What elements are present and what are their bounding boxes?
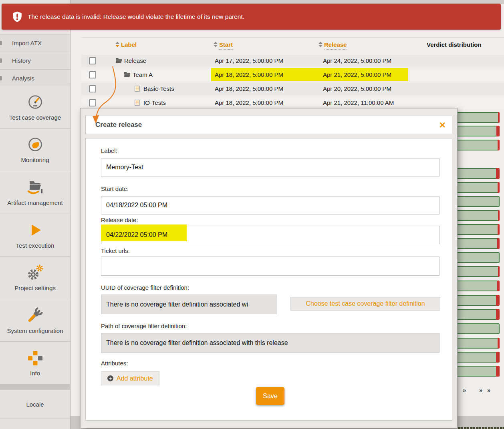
pagination-next-icon[interactable]: »	[479, 387, 482, 393]
folder-icon	[124, 72, 131, 77]
wrench-hammer-icon	[26, 307, 44, 324]
row-label: Basic-Tests	[143, 83, 174, 95]
sidebar-item-locale[interactable]: Locale	[0, 390, 70, 419]
verdict-fail-segment	[496, 126, 500, 136]
sidebar-divider	[0, 385, 70, 390]
sidebar-item-history[interactable]: History	[0, 52, 70, 69]
column-header-start[interactable]: Start	[219, 41, 233, 50]
start-date-input[interactable]: 04/18/2022 05:00 PM	[101, 196, 439, 214]
row-label: Team A	[133, 69, 153, 81]
sidebar-item-label: Import ATX	[12, 40, 42, 46]
save-button[interactable]: Save	[256, 387, 284, 405]
document-icon	[135, 86, 140, 92]
row-label: Release	[124, 55, 146, 67]
cutoff-icon	[0, 41, 2, 45]
column-header-release[interactable]: Release	[324, 41, 347, 50]
sidebar-item-analysis[interactable]: Analysis	[0, 69, 70, 87]
verdict-fail-segment	[498, 338, 500, 349]
row-start-date: Apr 18, 2022, 5:00:00 PM	[215, 83, 283, 95]
sidebar-item-system-configuration[interactable]: System configuration	[0, 299, 70, 342]
sidebar-item-label: Test case coverage	[9, 114, 61, 121]
sidebar: Import ATXHistoryAnalysis Test case cove…	[0, 0, 71, 429]
path-field-label: Path of coverage filter definition:	[101, 323, 187, 329]
pagination: »»»	[458, 387, 504, 399]
row-label: IO-Tests	[143, 97, 166, 109]
sidebar-item-label: History	[12, 57, 31, 64]
column-header-label[interactable]: Label	[121, 41, 137, 48]
cutoff-icon	[0, 76, 2, 80]
sidebar-item-import-atx[interactable]: Import ATX	[0, 34, 70, 52]
row-release-date: Apr 20, 2022, 5:00:00 PM	[323, 83, 391, 95]
row-start-date: Apr 18, 2022, 5:00:00 PM	[215, 69, 283, 81]
shield-alert-icon	[13, 12, 22, 22]
sidebar-item-test-case-coverage[interactable]: Test case coverage	[0, 86, 70, 129]
dialog-body: Label: Memory-Test Start date: 04/18/202…	[85, 138, 452, 421]
row-start-date: Apr 18, 2022, 5:00:00 PM	[215, 97, 283, 109]
uuid-input: There is no coverage filter definition a…	[101, 295, 277, 314]
footer-cutoff-text	[458, 427, 504, 429]
verdict-fail-segment	[498, 266, 500, 277]
sidebar-item-info[interactable]: Info	[0, 342, 70, 385]
row-start-date: Apr 17, 2022, 5:00:00 PM	[215, 55, 283, 67]
add-attribute-button[interactable]: + Add attribute	[101, 371, 159, 385]
folder-icon	[115, 58, 122, 63]
row-release-date: Apr 24, 2022, 5:00:00 PM	[323, 55, 391, 67]
sidebar-item-label: Artifact management	[7, 199, 62, 206]
dialog-header: Create release ×	[85, 116, 452, 134]
verdict-fail-segment	[498, 112, 500, 123]
sort-label-icon[interactable]	[115, 42, 119, 47]
label-input[interactable]: Memory-Test	[101, 158, 439, 176]
sidebar-item-label: Info	[30, 370, 40, 377]
artifact-folder-hand-icon	[26, 179, 44, 196]
sidebar-item-project-settings[interactable]: Project settings	[0, 257, 70, 299]
row-checkbox[interactable]	[89, 99, 96, 106]
uuid-field-label: UUID of coverage filter definition:	[101, 284, 189, 291]
row-checkbox[interactable]	[89, 85, 96, 92]
sidebar-item-test-execution[interactable]: Test execution	[0, 214, 70, 257]
sidebar-item-label: Test execution	[16, 242, 54, 249]
sidebar-item-label: Monitoring	[21, 156, 49, 163]
row-release-date: Apr 21, 2022, 5:00:00 PM	[323, 69, 391, 81]
sidebar-item-label: System configuration	[7, 327, 63, 334]
gauge-icon	[27, 94, 43, 110]
path-input: There is no coverage filter definition a…	[101, 333, 439, 353]
pagination-next-icon[interactable]: »	[463, 387, 466, 393]
sidebar-tiles: Test case coverageMonitoringArtifact man…	[0, 86, 70, 385]
attributes-label: Attributes:	[101, 360, 128, 367]
verdict-fail-segment	[496, 352, 500, 363]
verdict-fail-segment	[496, 295, 500, 306]
create-release-dialog: Create release × Label: Memory-Test Star…	[80, 108, 458, 428]
close-icon[interactable]: ×	[439, 120, 446, 130]
sort-release-icon[interactable]	[319, 42, 323, 47]
sidebar-item-monitoring[interactable]: Monitoring	[0, 129, 70, 172]
release-date-input[interactable]: 04/22/2022 05:00 PM	[101, 226, 439, 244]
release-date-field-label: Release date:	[101, 217, 138, 223]
verdict-fail-segment	[498, 210, 500, 221]
ticket-urls-input[interactable]	[101, 257, 439, 276]
pagination-next-icon[interactable]: »	[487, 387, 490, 393]
dialog-title: Create release	[95, 121, 142, 129]
sidebar-item-artifact-management[interactable]: Artifact management	[0, 171, 70, 214]
verdict-fail-segment	[498, 224, 500, 235]
error-banner: The release data is invalid: Release wou…	[2, 4, 501, 30]
label-field-label: Label:	[101, 147, 117, 154]
plus-circle-icon: +	[107, 375, 113, 381]
ticket-urls-field-label: Ticket urls:	[101, 247, 130, 254]
gears-icon	[26, 264, 44, 281]
choose-coverage-filter-button[interactable]: Choose test case coverage filter definit…	[290, 297, 440, 311]
cutoff-icon	[0, 58, 2, 63]
document-icon	[135, 100, 140, 106]
start-date-field-label: Start date:	[101, 185, 129, 192]
app-root: Import ATXHistoryAnalysis Test case cove…	[0, 0, 504, 429]
row-checkbox[interactable]	[89, 57, 96, 64]
verdict-fail-segment	[496, 366, 500, 377]
play-icon	[28, 222, 42, 239]
sort-start-icon[interactable]	[214, 42, 218, 47]
sidebar-item-label: Analysis	[12, 75, 34, 82]
verdict-fail-segment	[497, 281, 500, 291]
row-checkbox[interactable]	[89, 71, 96, 78]
row-release-date: Apr 21, 2022, 11:00:00 AM	[323, 97, 394, 109]
error-banner-text: The release data is invalid: Release wou…	[28, 13, 244, 20]
verdict-fail-segment	[496, 309, 500, 320]
sidebar-nav: Import ATXHistoryAnalysis	[0, 34, 70, 87]
